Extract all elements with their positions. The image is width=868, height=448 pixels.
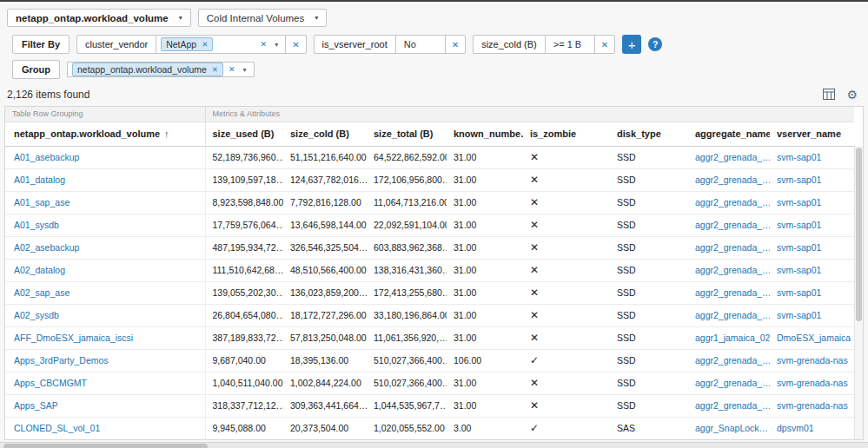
object-type-dropdown[interactable]: netapp_ontap.workload_volume ▾ (7, 9, 191, 27)
horizontal-scrollbar[interactable] (0, 442, 868, 448)
workload-volume-link[interactable]: A01_sysdb (14, 220, 59, 230)
filter-value-input[interactable]: No (395, 35, 446, 54)
horizontal-scrollbar-thumb[interactable] (3, 444, 208, 448)
vserver-name-link[interactable]: dpsvm01 (777, 423, 814, 433)
aggregate-name-link[interactable]: aggr2_grenada_… (695, 197, 770, 208)
cell-value: SSD (617, 287, 636, 298)
vertical-scrollbar-thumb[interactable] (856, 148, 862, 321)
aggregate-name-link[interactable]: aggr2_grenada_… (695, 355, 770, 366)
remove-filter-button[interactable]: ✕ (285, 35, 306, 54)
workload-volume-link[interactable]: AFF_DmoESX_jamaica_iscsi (14, 333, 133, 343)
cell-value: 31.00 (454, 378, 476, 388)
vserver-name-link[interactable]: svm-sap01 (777, 220, 821, 230)
aggregate-name-link[interactable]: aggr2_grenada_… (695, 220, 770, 230)
aggregate-name-link[interactable]: aggr_SnapLock… (695, 423, 768, 433)
workload-volume-link[interactable]: A01_asebackup (14, 152, 79, 162)
export-icon[interactable] (823, 89, 835, 100)
cell-workload-volume: Apps_CBCMGMT (5, 372, 205, 394)
aggregate-name-link[interactable]: aggr2_grenada_… (695, 400, 770, 411)
cell-aggregate-name: aggr2_grenada_… (688, 349, 770, 372)
aggregate-name-link[interactable]: aggr1_jamaica_02 (695, 333, 770, 343)
remove-tag-icon[interactable]: ✕ (202, 40, 208, 49)
workload-volume-link[interactable]: Apps_3rdParty_Demos (14, 355, 109, 366)
workload-volume-link[interactable]: CLONED_SL_vol_01 (14, 423, 100, 433)
cell-workload-volume: AFF_DmoESX_jamaica_iscsi (5, 326, 205, 349)
cell-disk-type: SSD (610, 281, 688, 304)
filter-value-input[interactable]: NetApp ✕ ✕ ▾ (156, 35, 286, 54)
cell-size-used: 487,195,934,72… (205, 236, 283, 259)
vserver-name-link[interactable]: svm-sap01 (777, 197, 821, 208)
cell-size-cold: 18,395,136.00 (283, 349, 367, 372)
column-header-known-number[interactable]: known_numbe… (447, 122, 523, 146)
workload-volume-link[interactable]: Apps_CBCMGMT (14, 378, 87, 388)
saved-query-dropdown[interactable]: Cold Internal Volumes ▾ (198, 9, 328, 27)
vserver-name-link[interactable]: svm-sap01 (777, 310, 821, 320)
remove-filter-button[interactable]: ✕ (445, 35, 466, 54)
column-header-size-total[interactable]: size_total (B) (367, 122, 447, 146)
column-header-workload-volume[interactable]: netapp_ontap.workload_volume↑ (5, 122, 205, 146)
cell-aggregate-name: aggr2_grenada_… (688, 146, 770, 168)
aggregate-name-link[interactable]: aggr2_grenada_… (695, 242, 770, 253)
column-header-disk-type[interactable]: disk_type (610, 122, 688, 146)
column-header-vserver-name[interactable]: vserver_name (770, 122, 854, 146)
aggregate-name-link[interactable]: aggr2_grenada_… (695, 265, 770, 275)
vserver-name-link[interactable]: svm-sap01 (777, 152, 821, 162)
cell-is-zombie: ✕ (523, 259, 610, 281)
help-icon[interactable]: ? (648, 37, 662, 51)
cell-vserver-name: svm-sap01 (770, 146, 854, 168)
cell-value: ✕ (530, 377, 539, 389)
add-filter-button[interactable]: + (622, 35, 641, 54)
vserver-name-link[interactable]: svm-grenada-nas (777, 355, 848, 366)
workload-volume-link[interactable]: A02_sap_ase (14, 287, 70, 298)
vserver-name-link[interactable]: svm-sap01 (777, 287, 821, 298)
vserver-name-link[interactable]: svm-grenada-nas (777, 378, 848, 388)
saved-query-value: Cold Internal Volumes (207, 13, 305, 23)
cell-size-used: 111,510,642,68… (205, 259, 283, 281)
vserver-name-link[interactable]: svm-sap01 (777, 242, 821, 253)
table-row: A01_asebackup52,189,736,960…51,151,216,6… (5, 146, 854, 168)
vertical-scrollbar[interactable] (854, 146, 863, 439)
workload-volume-link[interactable]: A01_sap_ase (14, 197, 70, 208)
cell-is-zombie: ✕ (523, 191, 610, 214)
remove-tag-icon[interactable]: ✕ (212, 65, 218, 74)
column-header-is-zombie[interactable]: is_zombie (523, 122, 610, 146)
column-header-size-cold[interactable]: size_cold (B) (283, 122, 367, 146)
vserver-name-link[interactable]: svm-grenada-nas (777, 400, 848, 411)
chevron-down-icon[interactable]: ▾ (241, 66, 249, 74)
filter-by-label: Filter By (12, 35, 70, 54)
workload-volume-link[interactable]: A02_sysdb (14, 310, 59, 320)
group-value-input[interactable]: netapp_ontap.workload_volume ✕ ✕ ▾ (67, 62, 255, 77)
vserver-name-link[interactable]: svm-sap01 (777, 265, 821, 275)
gear-icon[interactable]: ⚙ (846, 89, 858, 101)
column-header-aggregate-name[interactable]: aggregate_name (688, 122, 770, 146)
vserver-name-link[interactable]: DmoESX_jamaica (777, 333, 851, 343)
aggregate-name-link[interactable]: aggr2_grenada_… (695, 378, 770, 388)
workload-volume-link[interactable]: A02_asebackup (14, 242, 79, 253)
vserver-name-link[interactable]: svm-sap01 (777, 175, 821, 185)
workload-volume-link[interactable]: Apps_SAP (14, 400, 58, 411)
table-row: A02_datalog111,510,642,68…48,510,566,400… (5, 259, 854, 281)
cell-is-zombie: ✕ (523, 281, 610, 304)
filter-value-input[interactable]: >= 1 B (545, 35, 595, 54)
chevron-down-icon: ▾ (315, 14, 318, 22)
workload-volume-link[interactable]: A02_datalog (14, 265, 65, 275)
filter-value-text: No (404, 39, 416, 49)
workload-volume-link[interactable]: A01_datalog (14, 175, 65, 185)
filter-field-label: is_vserver_root (314, 35, 396, 54)
cell-value: 487,195,934,72… (213, 242, 284, 253)
aggregate-name-link[interactable]: aggr2_grenada_… (695, 152, 770, 162)
chevron-down-icon[interactable]: ▾ (272, 41, 281, 49)
remove-filter-button[interactable]: ✕ (594, 35, 615, 54)
cell-size-cold: 20,373,504.00 (283, 417, 367, 439)
cell-value: 13,646,598,144.00 (290, 220, 367, 230)
aggregate-name-link[interactable]: aggr2_grenada_… (695, 175, 770, 185)
cell-size-used: 387,189,833,72… (205, 326, 283, 349)
cell-vserver-name: svm-sap01 (770, 191, 854, 214)
cell-value: 11,064,713,216.00 (374, 197, 447, 208)
clear-input-icon[interactable]: ✕ (261, 40, 268, 49)
clear-input-icon[interactable]: ✕ (229, 65, 235, 74)
column-header-size-used[interactable]: size_used (B) (205, 122, 283, 146)
aggregate-name-link[interactable]: aggr2_grenada_… (695, 287, 770, 298)
aggregate-name-link[interactable]: aggr2_grenada_… (695, 310, 770, 320)
cell-value: 172,106,956,800… (374, 175, 447, 185)
